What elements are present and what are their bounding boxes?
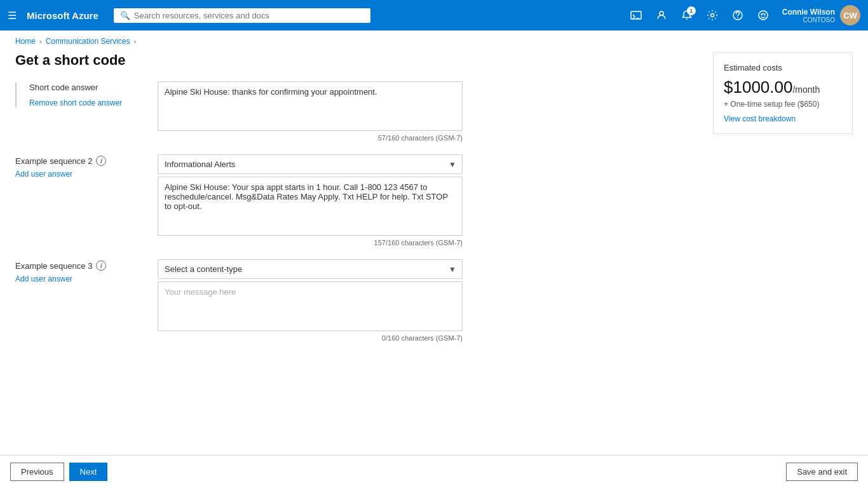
- example-sequence-3-content-type-select[interactable]: Select a content-type Informational Aler…: [158, 259, 463, 279]
- svg-point-6: [737, 17, 738, 18]
- short-code-char-count: 57/160 characters (GSM-7): [158, 134, 463, 142]
- feedback-icon[interactable]: [752, 4, 775, 27]
- breadcrumb-home[interactable]: Home: [15, 37, 36, 46]
- example-sequence-2-message-textarea[interactable]: Alpine Ski House: Your spa appt starts i…: [158, 177, 463, 236]
- example-sequence-3-label: Example sequence 3: [15, 261, 92, 271]
- page-body: Get a short code Short code answer Remov…: [0, 52, 868, 455]
- svg-point-9: [764, 15, 765, 16]
- cost-amount-row: $1000.00/month: [724, 78, 842, 97]
- page-title: Get a short code: [15, 52, 698, 69]
- top-navigation: ☰ Microsoft Azure 🔍 1 Connie Wilson CONT…: [0, 0, 868, 30]
- user-org: CONTOSO: [782, 17, 835, 24]
- bottom-bar-left-buttons: Previous Next: [10, 463, 107, 481]
- example-sequence-2-select-wrapper: Informational Alerts Promotional Transac…: [158, 154, 463, 174]
- example-sequence-2-char-count: 157/160 characters (GSM-7): [158, 239, 463, 247]
- section-indent: Short code answer Remove short code answ…: [15, 83, 142, 107]
- example-sequence-3-message-textarea[interactable]: [158, 281, 463, 331]
- search-bar: 🔍: [114, 8, 370, 23]
- short-code-answer-section: Short code answer Remove short code answ…: [15, 81, 698, 142]
- breadcrumb-sep-2: ›: [133, 37, 136, 45]
- settings-icon[interactable]: [701, 4, 724, 27]
- notifications-icon[interactable]: 1: [675, 4, 698, 27]
- brand-name: Microsoft Azure: [27, 10, 98, 21]
- example-sequence-2-label: Example sequence 2: [15, 156, 92, 166]
- example-sequence-3-char-count: 0/160 characters (GSM-7): [158, 334, 463, 342]
- cloud-shell-icon[interactable]: [625, 4, 648, 27]
- hamburger-icon[interactable]: ☰: [8, 10, 17, 22]
- notification-badge: 1: [687, 6, 696, 15]
- topnav-icons: 1: [625, 4, 775, 27]
- example-sequence-2-section: Example sequence 2 i Add user answer Inf…: [15, 154, 698, 247]
- next-button[interactable]: Next: [69, 463, 108, 481]
- example-sequence-3-select-wrapper: Select a content-type Informational Aler…: [158, 259, 463, 279]
- breadcrumb-sep-1: ›: [39, 37, 42, 45]
- example-sequence-3-section: Example sequence 3 i Add user answer Sel…: [15, 259, 698, 342]
- example-sequence-2-content-type-select[interactable]: Informational Alerts Promotional Transac…: [158, 154, 463, 174]
- breadcrumb-communication-services[interactable]: Communication Services: [46, 37, 130, 46]
- bottom-bar: Previous Next Save and exit: [0, 455, 868, 488]
- estimated-costs-panel: Estimated costs $1000.00/month + One-tim…: [713, 52, 853, 134]
- search-icon: 🔍: [120, 11, 130, 20]
- remove-short-code-answer-link[interactable]: Remove short code answer: [29, 98, 122, 107]
- avatar: CW: [840, 5, 860, 25]
- directory-icon[interactable]: [650, 4, 673, 27]
- short-code-answer-label: Short code answer: [29, 83, 142, 92]
- svg-point-4: [710, 14, 714, 17]
- example-sequence-3-add-user-link[interactable]: Add user answer: [15, 274, 72, 283]
- breadcrumb: Home › Communication Services ›: [0, 30, 868, 52]
- example-sequence-3-info-icon[interactable]: i: [96, 261, 106, 271]
- svg-point-7: [759, 11, 768, 20]
- main-content: Get a short code Short code answer Remov…: [15, 52, 698, 440]
- user-profile[interactable]: Connie Wilson CONTOSO CW: [782, 5, 860, 25]
- svg-point-2: [660, 11, 663, 15]
- save-and-exit-button[interactable]: Save and exit: [786, 463, 858, 481]
- svg-rect-0: [631, 11, 641, 19]
- search-input[interactable]: [134, 11, 364, 20]
- user-name: Connie Wilson: [782, 8, 835, 17]
- cost-amount: $1000.00: [724, 78, 792, 97]
- bottom-bar-right-buttons: Save and exit: [786, 463, 858, 481]
- cost-breakdown-link[interactable]: View cost breakdown: [724, 114, 796, 123]
- short-code-answer-textarea[interactable]: Alpine Ski House: thanks for confirming …: [158, 81, 463, 131]
- estimated-costs-title: Estimated costs: [724, 63, 842, 72]
- help-icon[interactable]: [726, 4, 749, 27]
- previous-button[interactable]: Previous: [10, 463, 64, 481]
- cost-per-month: /month: [792, 85, 820, 95]
- cost-setup-fee: + One-time setup fee ($650): [724, 100, 842, 109]
- example-sequence-2-info-icon[interactable]: i: [96, 156, 106, 166]
- example-sequence-2-add-user-link[interactable]: Add user answer: [15, 170, 72, 179]
- svg-point-8: [761, 15, 762, 16]
